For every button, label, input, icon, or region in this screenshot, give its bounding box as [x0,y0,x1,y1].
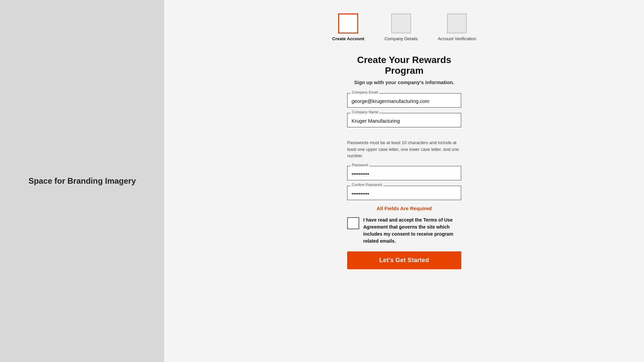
left-branding-panel: Space for Branding Imagery [0,0,164,362]
step-label-account-verification: Account Verification [438,36,476,41]
terms-text: I have read and accept the Terms of Use … [363,217,461,245]
step-box-account-verification [447,13,467,34]
company-name-group: Company Name [347,113,461,127]
submit-button[interactable]: Let's Get Started [347,251,461,269]
company-email-label: Company Email [351,90,379,94]
step-company-details[interactable]: Company Details [384,13,418,41]
confirm-password-input[interactable] [347,186,461,200]
terms-checkbox[interactable] [347,217,359,229]
step-label-company-details: Company Details [384,36,418,41]
step-box-create-account [338,13,358,34]
step-account-verification[interactable]: Account Verification [438,13,476,41]
stepper: Create Account Company Details Account V… [332,13,476,41]
right-form-panel: Create Account Company Details Account V… [164,0,644,362]
password-input[interactable] [347,166,461,180]
form-title: Create Your Rewards Program [347,55,461,76]
required-notice: All Fields Are Required [377,205,432,211]
company-email-input[interactable] [347,93,461,108]
form-container: Create Your Rewards Program Sign up with… [347,55,461,269]
step-create-account[interactable]: Create Account [332,13,365,41]
password-group: Password [347,166,461,180]
branding-text: Space for Branding Imagery [29,176,136,186]
company-email-group: Company Email [347,93,461,108]
password-label: Password [351,163,369,167]
terms-row: I have read and accept the Terms of Use … [347,217,461,245]
confirm-password-label: Confirm Password [351,183,383,187]
form-subtitle: Sign up with your company's information. [354,79,454,85]
step-box-company-details [391,13,411,34]
confirm-password-group: Confirm Password [347,186,461,200]
password-hint: Passwords must be at least 10 characters… [347,139,461,159]
company-name-label: Company Name [351,110,380,114]
company-name-input[interactable] [347,113,461,127]
step-label-create-account: Create Account [332,36,365,41]
